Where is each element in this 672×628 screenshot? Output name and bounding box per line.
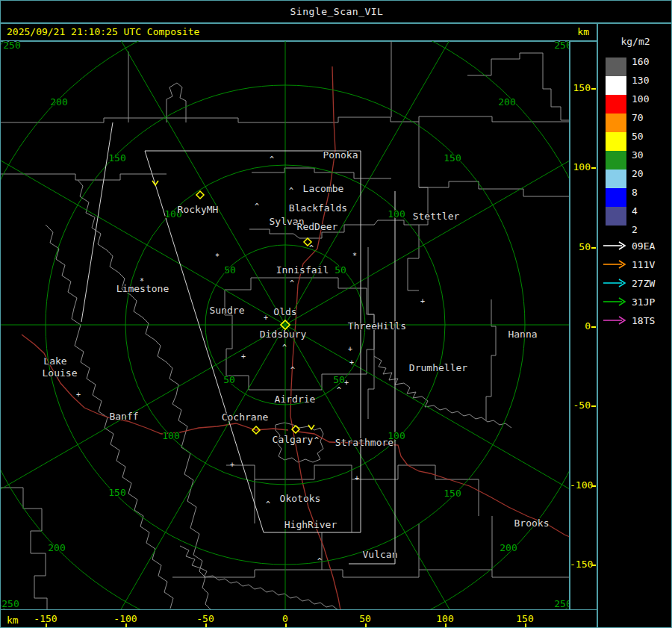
county-boundary-line	[419, 181, 570, 196]
radar-arrow-icon	[603, 241, 628, 250]
ring-distance-label: 200	[500, 542, 517, 553]
ring-distance-label: 200	[50, 96, 67, 108]
ring-distance-label: 150	[444, 152, 461, 164]
y-axis-tick-label: -150	[570, 559, 591, 570]
city-label: Drumheller	[409, 362, 467, 373]
town-marker-caret: ^	[314, 436, 319, 444]
scale-swatch	[606, 114, 626, 132]
y-axis-tick	[591, 167, 596, 169]
y-axis-tick-label: 150	[570, 82, 591, 93]
scale-swatch	[606, 132, 626, 151]
radar-id-label: 27ZW	[632, 278, 655, 289]
storm-motion-chevron	[308, 425, 314, 429]
scale-swatch	[606, 170, 626, 188]
city-label: Olds	[273, 306, 296, 317]
x-axis-tick-label: 100	[436, 613, 453, 624]
town-marker-asterisk: *	[352, 252, 357, 260]
scale-min-label: 2	[632, 224, 638, 235]
scale-value-label: 70	[632, 112, 644, 123]
scale-value-label: 30	[632, 149, 644, 161]
city-label: Cochrane	[222, 411, 269, 423]
city-label: Strathmore	[335, 437, 393, 448]
y-axis-tick-label: -100	[570, 479, 591, 491]
x-axis-unit-label: km	[7, 615, 19, 626]
radar-coverage-outline	[349, 191, 395, 564]
ring-distance-label: 200	[498, 96, 515, 108]
county-boundary-line	[180, 546, 338, 610]
title-bar: Single_Scan_VIL	[1, 1, 672, 22]
county-boundary-line	[467, 53, 570, 120]
x-axis-tick-label: -50	[196, 613, 214, 624]
city-label: Louise	[43, 367, 78, 379]
ring-distance-label: 250	[554, 41, 570, 51]
scale-swatch	[606, 188, 626, 207]
x-axis-tick-label: 50	[359, 613, 371, 624]
city-label: Lacombe	[303, 183, 344, 194]
scale-value-label: 4	[632, 205, 638, 217]
ring-distance-label: 50	[223, 374, 235, 385]
town-marker-caret: ^	[289, 187, 293, 195]
city-label: Didsbury	[260, 329, 307, 340]
ring-distance-label: 100	[162, 430, 179, 441]
town-marker-plus: +	[241, 352, 246, 361]
radar-id-label: 31JP	[632, 296, 655, 308]
city-label: Sundre	[210, 305, 245, 316]
town-marker-caret: ^	[255, 202, 259, 211]
ring-distance-label: 100	[388, 208, 405, 220]
city-label: Ponoka	[323, 149, 358, 161]
city-label: Calgary	[273, 434, 314, 445]
scale-value-label: 130	[632, 75, 649, 86]
city-label: Stettler	[413, 211, 460, 222]
map-header: 2025/09/21 21:10:25 UTC Composite km	[1, 24, 597, 40]
town-marker-caret: ^	[317, 557, 322, 565]
ring-distance-label: 250	[554, 598, 570, 609]
y-axis-tick	[591, 326, 596, 328]
city-label: Airdrie	[275, 394, 316, 405]
scan-timestamp: 2025/09/21 21:10:25 UTC Composite	[7, 26, 199, 37]
map-canvas[interactable]: 5050505010010010010015015015015020020020…	[1, 41, 570, 610]
y-axis-tick-label: -50	[570, 400, 591, 411]
city-label: Blackfalds	[289, 202, 347, 214]
town-marker-plus: +	[344, 379, 349, 387]
x-axis-tick-label: 0	[282, 613, 288, 624]
legend-panel: kg/m2 16013010070503020842 09EA111V27ZW3…	[598, 24, 672, 628]
city-label: HighRiver	[284, 519, 337, 530]
scale-swatch	[606, 95, 626, 114]
scale-value-label: 8	[632, 187, 638, 198]
ring-distance-label: 50	[224, 264, 236, 276]
city-label: Banff	[109, 411, 138, 422]
town-marker-caret: ^	[290, 366, 295, 374]
ring-distance-label: 50	[335, 264, 346, 276]
scale-value-label: 160	[632, 56, 649, 67]
scale-swatch	[606, 76, 626, 95]
county-boundary-line	[368, 247, 374, 419]
x-axis-tick	[125, 624, 127, 628]
ring-distance-label: 200	[48, 542, 65, 553]
city-label: Brooks	[514, 517, 550, 529]
scale-value-label: 100	[632, 93, 649, 105]
town-marker-caret: ^	[309, 244, 314, 252]
radar-viewer-window: Single_Scan_VIL 2025/09/21 21:10:25 UTC …	[0, 0, 672, 628]
ring-distance-label: 150	[444, 488, 461, 499]
y-axis-tick-label: 50	[570, 241, 591, 252]
scale-value-label: 50	[632, 131, 644, 142]
city-label: Hanna	[508, 329, 537, 340]
x-axis-tick-label: 150	[516, 613, 533, 624]
city-label: ThreeHills	[348, 320, 406, 332]
scale-value-label: 20	[632, 168, 644, 179]
county-boundary-line	[1, 488, 47, 610]
radial-spoke	[43, 325, 285, 610]
town-marker-plus: +	[349, 358, 354, 367]
x-axis: km -150-100-50050100150	[1, 610, 597, 628]
town-marker-caret: ^	[282, 343, 287, 352]
town-marker-caret: ^	[266, 500, 270, 509]
city-label: Lake	[43, 355, 66, 367]
ring-distance-label: 50	[333, 374, 345, 385]
radar-arrow-icon	[603, 260, 628, 269]
scale-swatch	[606, 207, 626, 226]
town-marker-plus: +	[348, 345, 352, 353]
radar-site-dot	[284, 323, 286, 326]
town-marker-plus: +	[420, 297, 425, 305]
city-label: Okotoks	[280, 493, 321, 504]
x-axis-tick-label: -100	[113, 613, 137, 624]
